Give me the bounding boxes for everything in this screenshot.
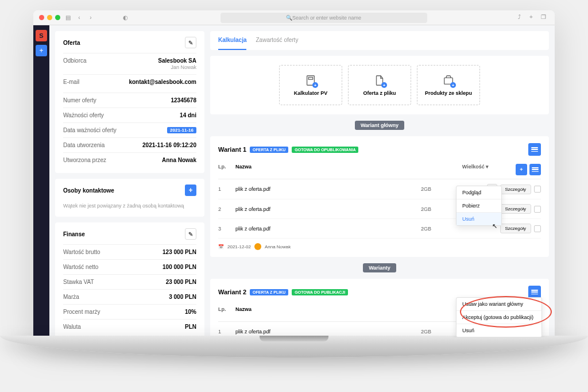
checkbox[interactable]: [534, 225, 541, 232]
dropdown-pobierz[interactable]: Pobierz: [457, 199, 501, 213]
maximize-icon[interactable]: [55, 15, 60, 20]
dropdown-usun[interactable]: Usuń: [457, 213, 501, 225]
app-logo-icon[interactable]: S: [36, 30, 47, 41]
tab-kalkulacja[interactable]: Kalkulacja: [218, 31, 246, 50]
side-rail: S +: [33, 25, 49, 337]
finance-title: Finanse: [63, 231, 85, 237]
variant-1-card: Wariant 1 OFERTA Z PLIKU GOTOWA DO OPUBL…: [210, 136, 549, 257]
edit-button[interactable]: ✎: [185, 228, 196, 240]
add-button[interactable]: +: [36, 45, 47, 56]
details-button[interactable]: Szczegóły: [500, 204, 531, 214]
checkbox[interactable]: [534, 206, 541, 213]
section-divider: Warianty: [210, 263, 549, 273]
variant-menu-button[interactable]: [528, 286, 541, 298]
add-contact-button[interactable]: +: [185, 185, 196, 196]
finance-card: Finanse ✎ Wartość brutto123 000 PLN Wart…: [55, 222, 204, 337]
action-cards: + Kalkulator PV + Oferta z pliku + Produ…: [210, 56, 549, 114]
action-kalkulator[interactable]: + Kalkulator PV: [279, 65, 342, 105]
forward-icon[interactable]: ›: [87, 14, 95, 22]
row-menu-button[interactable]: [529, 164, 541, 175]
section-divider: Wariant główny: [210, 120, 549, 130]
tabs-icon[interactable]: ❐: [541, 14, 549, 22]
add-tab-icon[interactable]: +: [529, 14, 537, 22]
action-produkty[interactable]: + Produkty ze sklepu: [417, 65, 480, 105]
browser-chrome: ▤ ‹ › ◐ 🔍 Search or enter website name ⤴…: [33, 10, 555, 25]
minimize-icon[interactable]: [47, 15, 52, 20]
dropdown-delete[interactable]: Usuń: [457, 324, 541, 337]
calendar-icon: 📅: [218, 244, 224, 249]
search-input[interactable]: 🔍 Search or enter website name: [220, 13, 427, 23]
back-icon[interactable]: ‹: [75, 14, 83, 22]
dropdown-accept[interactable]: Akceptuj (gotowa do publikacji): [457, 311, 541, 324]
svg-rect-1: [308, 78, 312, 80]
calculator-icon: +: [304, 74, 317, 87]
offer-card: Oferta ✎ OdbiorcaSalesbook SAJan Nowak E…: [55, 31, 204, 173]
avatar: [254, 243, 261, 250]
share-icon[interactable]: ⤴: [518, 14, 526, 22]
tabs: Kalkulacja Zawartość oferty: [210, 31, 549, 50]
edit-button[interactable]: ✎: [185, 37, 196, 48]
tab-zawartosc[interactable]: Zawartość oferty: [256, 31, 298, 50]
variant-menu-button[interactable]: [528, 143, 541, 156]
variant-2-card: Wariant 2 OFERTA Z PLIKU GOTOWA DO PUBLI…: [210, 279, 549, 337]
contacts-card: Osoby kontaktowe + Wątek nie jest powiąz…: [55, 179, 204, 217]
dropdown-set-main[interactable]: Ustaw jako wariant główny: [457, 298, 541, 311]
sidebar-toggle-icon[interactable]: ▤: [64, 14, 72, 22]
cart-icon: +: [442, 74, 455, 87]
contacts-title: Osoby kontaktowe: [63, 187, 114, 194]
dropdown-podglad[interactable]: Podgląd: [457, 186, 501, 199]
action-oferta-plik[interactable]: + Oferta z pliku: [348, 65, 411, 105]
checkbox[interactable]: [534, 186, 541, 193]
close-icon[interactable]: [39, 15, 44, 20]
row-dropdown: Podgląd Pobierz Usuń: [456, 186, 502, 226]
add-row-button[interactable]: +: [516, 164, 527, 175]
file-icon: +: [373, 74, 386, 87]
variant-dropdown: Ustaw jako wariant główny Akceptuj (goto…: [456, 297, 542, 337]
shield-icon[interactable]: ◐: [121, 14, 129, 22]
details-button[interactable]: Szczegóły: [500, 185, 531, 194]
details-button[interactable]: Szczegóły: [500, 224, 531, 233]
offer-card-title: Oferta: [63, 40, 80, 46]
